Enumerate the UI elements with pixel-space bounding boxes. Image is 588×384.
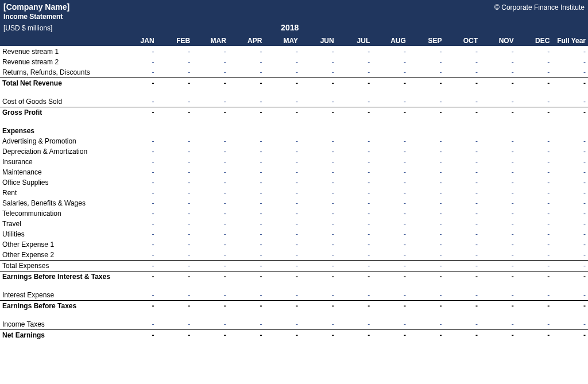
cell[interactable]: - xyxy=(480,239,516,250)
cell[interactable]: - xyxy=(157,177,193,188)
cell[interactable]: - xyxy=(552,67,588,78)
cell[interactable]: - xyxy=(121,57,157,67)
cell[interactable]: - xyxy=(444,177,480,188)
cell[interactable]: - xyxy=(157,219,193,229)
cell[interactable]: - xyxy=(192,146,229,157)
cell[interactable]: - xyxy=(480,96,516,107)
cell[interactable]: - xyxy=(121,188,157,198)
cell[interactable]: - xyxy=(229,67,265,78)
cell[interactable]: - xyxy=(480,229,516,239)
cell[interactable]: - xyxy=(444,146,480,157)
cell[interactable]: - xyxy=(480,250,516,261)
cell[interactable]: - xyxy=(408,208,444,219)
cell[interactable]: - xyxy=(336,219,373,229)
cell[interactable]: - xyxy=(516,219,552,229)
cell[interactable]: - xyxy=(121,319,157,330)
cell[interactable]: - xyxy=(264,57,300,67)
cell[interactable]: - xyxy=(444,57,480,67)
cell[interactable]: - xyxy=(408,157,444,167)
cell[interactable]: - xyxy=(157,208,193,219)
cell[interactable]: - xyxy=(444,157,480,167)
cell[interactable]: - xyxy=(264,188,300,198)
cell[interactable]: - xyxy=(229,229,265,239)
cell[interactable]: - xyxy=(300,290,336,301)
cell[interactable]: - xyxy=(264,67,300,78)
cell[interactable]: - xyxy=(121,46,157,57)
cell[interactable]: - xyxy=(336,57,373,67)
cell[interactable]: - xyxy=(372,290,408,301)
cell[interactable]: - xyxy=(516,57,552,67)
cell[interactable]: - xyxy=(372,188,408,198)
cell[interactable]: - xyxy=(480,167,516,177)
cell[interactable]: - xyxy=(300,208,336,219)
cell[interactable]: - xyxy=(336,177,373,188)
cell[interactable]: - xyxy=(480,319,516,330)
cell[interactable]: - xyxy=(336,188,373,198)
cell[interactable]: - xyxy=(192,57,229,67)
cell[interactable]: - xyxy=(192,136,229,146)
cell[interactable]: - xyxy=(480,67,516,78)
cell[interactable]: - xyxy=(408,146,444,157)
cell[interactable]: - xyxy=(336,167,373,177)
cell[interactable]: - xyxy=(192,96,229,107)
cell[interactable]: - xyxy=(372,208,408,219)
cell[interactable]: - xyxy=(552,157,588,167)
cell[interactable]: - xyxy=(264,167,300,177)
cell[interactable]: - xyxy=(121,229,157,239)
cell[interactable]: - xyxy=(516,177,552,188)
cell[interactable]: - xyxy=(264,319,300,330)
cell[interactable]: - xyxy=(192,198,229,208)
cell[interactable]: - xyxy=(372,177,408,188)
cell[interactable]: - xyxy=(229,319,265,330)
cell[interactable]: - xyxy=(372,319,408,330)
cell[interactable]: - xyxy=(157,67,193,78)
cell[interactable]: - xyxy=(516,136,552,146)
cell[interactable]: - xyxy=(229,167,265,177)
cell[interactable]: - xyxy=(372,46,408,57)
cell[interactable]: - xyxy=(408,290,444,301)
cell[interactable]: - xyxy=(516,167,552,177)
cell[interactable]: - xyxy=(121,136,157,146)
cell[interactable]: - xyxy=(300,136,336,146)
cell[interactable]: - xyxy=(192,177,229,188)
cell[interactable]: - xyxy=(157,239,193,250)
cell[interactable]: - xyxy=(552,46,588,57)
cell[interactable]: - xyxy=(516,157,552,167)
cell[interactable]: - xyxy=(157,229,193,239)
cell[interactable]: - xyxy=(516,208,552,219)
cell[interactable]: - xyxy=(552,177,588,188)
cell[interactable]: - xyxy=(157,188,193,198)
cell[interactable]: - xyxy=(264,229,300,239)
cell[interactable]: - xyxy=(480,290,516,301)
cell[interactable]: - xyxy=(121,208,157,219)
cell[interactable]: - xyxy=(300,229,336,239)
cell[interactable]: - xyxy=(336,319,373,330)
cell[interactable]: - xyxy=(444,96,480,107)
cell[interactable]: - xyxy=(264,208,300,219)
cell[interactable]: - xyxy=(192,290,229,301)
cell[interactable]: - xyxy=(192,250,229,261)
cell[interactable]: - xyxy=(336,46,373,57)
cell[interactable]: - xyxy=(372,136,408,146)
cell[interactable]: - xyxy=(121,177,157,188)
cell[interactable]: - xyxy=(552,146,588,157)
cell[interactable]: - xyxy=(157,146,193,157)
cell[interactable]: - xyxy=(552,250,588,261)
cell[interactable]: - xyxy=(480,198,516,208)
cell[interactable]: - xyxy=(408,57,444,67)
cell[interactable]: - xyxy=(552,219,588,229)
cell[interactable]: - xyxy=(336,208,373,219)
cell[interactable]: - xyxy=(229,177,265,188)
cell[interactable]: - xyxy=(264,157,300,167)
cell[interactable]: - xyxy=(157,157,193,167)
cell[interactable]: - xyxy=(444,188,480,198)
cell[interactable]: - xyxy=(300,146,336,157)
cell[interactable]: - xyxy=(229,136,265,146)
cell[interactable]: - xyxy=(516,188,552,198)
cell[interactable]: - xyxy=(408,319,444,330)
cell[interactable]: - xyxy=(157,167,193,177)
cell[interactable]: - xyxy=(229,188,265,198)
cell[interactable]: - xyxy=(552,290,588,301)
cell[interactable]: - xyxy=(336,136,373,146)
cell[interactable]: - xyxy=(480,208,516,219)
